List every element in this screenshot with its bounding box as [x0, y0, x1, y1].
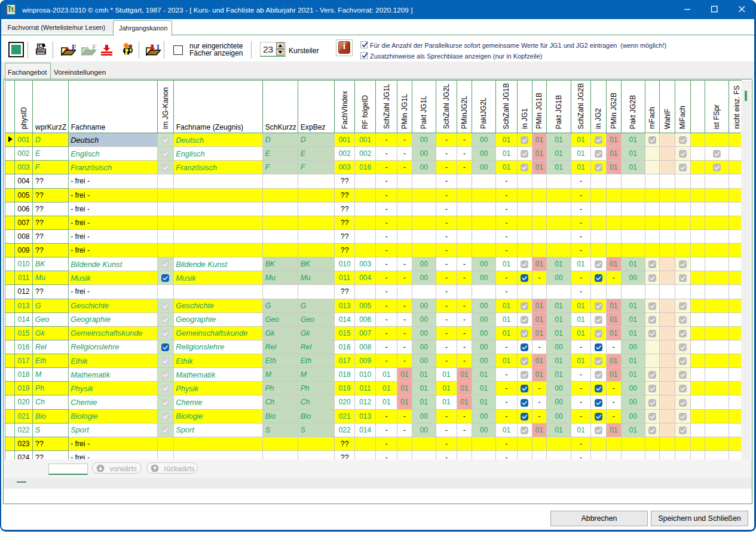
svg-text:I: I	[157, 44, 160, 51]
svg-text:F: F	[92, 44, 97, 51]
svg-text:F: F	[72, 44, 76, 51]
